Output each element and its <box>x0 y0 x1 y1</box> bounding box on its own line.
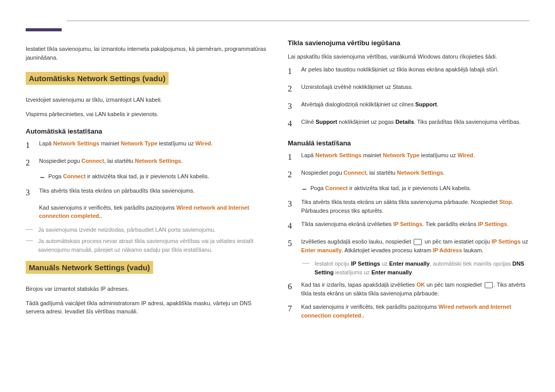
step-number: 1 <box>288 151 295 163</box>
subheading-manual-setup: Manuālā iestatīšana <box>288 139 529 147</box>
dash-icon: ‒ <box>40 172 44 182</box>
footnote-bar-icon <box>26 240 33 241</box>
right-intro: Lai apskatītu tīkla savienojuma vērtības… <box>288 52 529 61</box>
step-text: Izvēlieties augšdaļā esošo lauku, nospie… <box>301 237 529 254</box>
intro-text: Iestatiet tīkla savienojumu, lai izmanto… <box>26 45 267 62</box>
header-divider <box>67 21 529 21</box>
step-text: Kad savienojums ir verificēts, tiek parā… <box>301 303 529 320</box>
step-number: 6 <box>288 281 295 293</box>
step-number: 7 <box>288 303 295 315</box>
footnote: Ja savienojuma izveide neizdodas, pārbau… <box>26 226 267 234</box>
step-number: 2 <box>288 169 295 181</box>
step-number: 2 <box>288 83 295 95</box>
dash-icon: ‒ <box>302 184 306 194</box>
footnote: Ja automātiskais process nevar atrast tī… <box>26 237 267 254</box>
step-text: Ar peles labo taustiņu noklikšķiniet uz … <box>301 65 529 74</box>
step-text: Tiks atvērts tīkla testa ekrāns un sākta… <box>301 198 529 215</box>
step-number: 5 <box>288 237 295 250</box>
step-text: Kad tas ir izdarīts, lapas apakšdaļā izv… <box>301 281 529 297</box>
manual-setup-steps-cont: 3Tiks atvērts tīkla testa ekrāns un sākt… <box>288 198 529 254</box>
step-number: 4 <box>288 118 295 130</box>
step-text: Lapā Network Settings mainiet Network Ty… <box>39 139 267 148</box>
step-text: Nospiediet pogu Connect, lai startētu Ne… <box>301 169 529 177</box>
left-column: Iestatiet tīkla savienojumu, lai izmanto… <box>26 39 267 325</box>
enter-icon <box>414 239 422 245</box>
network-values-steps: 1Ar peles labo taustiņu noklikšķiniet uz… <box>288 65 529 130</box>
step-text: Uznirstošajā izvēlnē noklikšķiniet uz St… <box>301 83 529 91</box>
footnote: Iestatot opciju IP Settings uz Enter man… <box>302 259 529 276</box>
manual-setup-steps-cont2: 6Kad tas ir izdarīts, lapas apakšdaļā iz… <box>288 281 529 320</box>
step-number: 2 <box>26 157 33 169</box>
step-number: 3 <box>288 100 295 113</box>
right-column: Tīkla savienojuma vērtību iegūšana Lai a… <box>288 39 529 325</box>
section-b-p1: Birojos var izmantot statiskās IP adrese… <box>26 285 267 293</box>
step-text: Tīkla savienojuma ekrānā izvēlieties IP … <box>301 220 529 229</box>
section-b-p2: Tādā gadījumā vaicājiet tīkla administra… <box>26 299 267 316</box>
step-number: 1 <box>26 139 33 152</box>
step-number: 3 <box>26 186 33 199</box>
dash-note: ‒ Poga Connect ir aktivizēta tikai tad, … <box>40 172 267 182</box>
subheading-network-values: Tīkla savienojuma vērtību iegūšana <box>288 39 529 47</box>
step-text: Atvērtajā dialoglodziņā noklikšķiniet uz… <box>301 100 529 109</box>
step-number: 1 <box>288 65 295 78</box>
section-a-p2: Vispirms pārliecinieties, vai LAN kabeli… <box>26 110 267 119</box>
step-number: 3 <box>288 198 295 210</box>
dash-note: ‒ Poga Connect ir aktivizēta tikai tad, … <box>302 184 529 194</box>
auto-setup-steps-cont: 3 Tiks atvērts tīkla testa ekrāns un pār… <box>26 186 267 220</box>
auto-setup-steps: 1 Lapā Network Settings mainiet Network … <box>26 139 267 169</box>
step-text: Tiks atvērts tīkla testa ekrāns un pārba… <box>39 186 267 220</box>
step-number: 4 <box>288 220 295 232</box>
footnote-bar-icon <box>26 229 33 230</box>
heading-auto-network-settings: Automātisks Network Settings (vadu) <box>26 72 169 85</box>
subheading-auto-setup: Automātiskā iestatīšana <box>26 127 267 135</box>
step-text: Cilnē Support noklikšķiniet uz pogas Det… <box>301 118 529 126</box>
header-accent-bar <box>26 28 62 31</box>
enter-icon <box>485 282 493 288</box>
manual-setup-steps: 1Lapā Network Settings mainiet Network T… <box>288 151 529 181</box>
section-a-p1: Izveidojiet savienojumu ar tīklu, izmant… <box>26 96 267 104</box>
step-text: Nospiediet pogu Connect, lai startētu Ne… <box>39 157 267 165</box>
heading-manual-network-settings: Manuāls Network Settings (vadu) <box>26 261 153 274</box>
footnote-bar-icon <box>302 263 309 264</box>
step-text: Lapā Network Settings mainiet Network Ty… <box>301 151 529 160</box>
